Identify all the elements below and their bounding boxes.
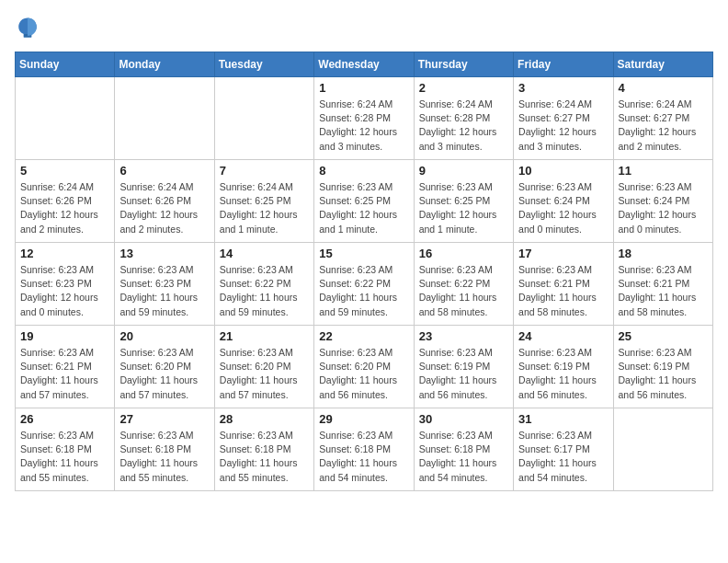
day-info: Sunrise: 6:23 AM Sunset: 6:23 PM Dayligh… (119, 263, 209, 319)
col-header-friday: Friday (514, 52, 613, 77)
col-header-thursday: Thursday (414, 52, 513, 77)
day-info: Sunrise: 6:24 AM Sunset: 6:28 PM Dayligh… (419, 98, 508, 154)
calendar-cell (16, 77, 115, 160)
calendar-cell: 26Sunrise: 6:23 AM Sunset: 6:18 PM Dayli… (16, 408, 115, 491)
day-number: 11 (619, 164, 708, 178)
calendar-cell: 27Sunrise: 6:23 AM Sunset: 6:18 PM Dayli… (115, 408, 214, 491)
day-info: Sunrise: 6:23 AM Sunset: 6:18 PM Dayligh… (319, 429, 408, 485)
day-info: Sunrise: 6:23 AM Sunset: 6:22 PM Dayligh… (419, 263, 508, 319)
calendar-cell: 4Sunrise: 6:24 AM Sunset: 6:27 PM Daylig… (613, 77, 712, 160)
day-info: Sunrise: 6:24 AM Sunset: 6:25 PM Dayligh… (220, 180, 309, 236)
calendar-cell: 10Sunrise: 6:23 AM Sunset: 6:24 PM Dayli… (514, 160, 613, 243)
calendar-cell: 11Sunrise: 6:23 AM Sunset: 6:24 PM Dayli… (613, 160, 712, 243)
day-number: 18 (619, 247, 708, 260)
day-number: 27 (119, 412, 209, 426)
calendar-cell: 1Sunrise: 6:24 AM Sunset: 6:28 PM Daylig… (314, 77, 414, 160)
calendar-cell: 28Sunrise: 6:23 AM Sunset: 6:18 PM Dayli… (214, 408, 313, 491)
day-number: 25 (619, 329, 708, 343)
day-number: 17 (518, 247, 608, 260)
calendar-cell: 24Sunrise: 6:23 AM Sunset: 6:19 PM Dayli… (514, 326, 613, 408)
day-number: 28 (220, 412, 309, 426)
calendar-cell: 25Sunrise: 6:23 AM Sunset: 6:19 PM Dayli… (613, 326, 712, 408)
day-number: 12 (20, 247, 109, 260)
day-number: 22 (319, 329, 408, 343)
day-number: 2 (419, 81, 508, 95)
day-number: 6 (119, 164, 209, 178)
calendar-cell: 16Sunrise: 6:23 AM Sunset: 6:22 PM Dayli… (414, 243, 513, 326)
col-header-tuesday: Tuesday (214, 52, 313, 77)
calendar-cell: 5Sunrise: 6:24 AM Sunset: 6:26 PM Daylig… (16, 160, 115, 243)
day-number: 23 (419, 329, 508, 343)
calendar-cell: 3Sunrise: 6:24 AM Sunset: 6:27 PM Daylig… (514, 77, 613, 160)
day-number: 8 (319, 164, 408, 178)
day-number: 15 (319, 247, 408, 260)
day-number: 16 (419, 247, 508, 260)
calendar-cell: 31Sunrise: 6:23 AM Sunset: 6:17 PM Dayli… (514, 408, 613, 491)
day-info: Sunrise: 6:23 AM Sunset: 6:20 PM Dayligh… (319, 346, 408, 402)
calendar-cell (613, 408, 712, 491)
day-number: 20 (119, 329, 209, 343)
calendar-cell: 23Sunrise: 6:23 AM Sunset: 6:19 PM Dayli… (414, 326, 513, 408)
day-info: Sunrise: 6:23 AM Sunset: 6:18 PM Dayligh… (419, 429, 508, 485)
calendar-cell: 14Sunrise: 6:23 AM Sunset: 6:22 PM Dayli… (214, 243, 313, 326)
day-number: 1 (319, 81, 408, 95)
day-info: Sunrise: 6:23 AM Sunset: 6:18 PM Dayligh… (220, 429, 309, 485)
calendar-cell: 22Sunrise: 6:23 AM Sunset: 6:20 PM Dayli… (314, 326, 414, 408)
calendar-cell (115, 77, 214, 160)
calendar-cell: 30Sunrise: 6:23 AM Sunset: 6:18 PM Dayli… (414, 408, 513, 491)
day-info: Sunrise: 6:23 AM Sunset: 6:23 PM Dayligh… (20, 263, 109, 319)
calendar-cell (214, 77, 313, 160)
calendar-cell: 19Sunrise: 6:23 AM Sunset: 6:21 PM Dayli… (16, 326, 115, 408)
day-info: Sunrise: 6:24 AM Sunset: 6:28 PM Dayligh… (319, 98, 408, 154)
day-info: Sunrise: 6:23 AM Sunset: 6:21 PM Dayligh… (20, 346, 109, 402)
day-info: Sunrise: 6:23 AM Sunset: 6:18 PM Dayligh… (119, 429, 209, 485)
col-header-sunday: Sunday (16, 52, 115, 77)
logo-icon (15, 15, 40, 40)
col-header-monday: Monday (115, 52, 214, 77)
day-info: Sunrise: 6:23 AM Sunset: 6:20 PM Dayligh… (220, 346, 309, 402)
calendar-cell: 29Sunrise: 6:23 AM Sunset: 6:18 PM Dayli… (314, 408, 414, 491)
day-info: Sunrise: 6:24 AM Sunset: 6:26 PM Dayligh… (119, 180, 209, 236)
day-info: Sunrise: 6:23 AM Sunset: 6:24 PM Dayligh… (518, 180, 608, 236)
day-number: 19 (20, 329, 109, 343)
col-header-saturday: Saturday (613, 52, 712, 77)
day-number: 21 (220, 329, 309, 343)
day-info: Sunrise: 6:24 AM Sunset: 6:26 PM Dayligh… (20, 180, 109, 236)
calendar-cell: 20Sunrise: 6:23 AM Sunset: 6:20 PM Dayli… (115, 326, 214, 408)
calendar-table: SundayMondayTuesdayWednesdayThursdayFrid… (15, 52, 713, 491)
day-number: 7 (220, 164, 309, 178)
logo (15, 15, 44, 40)
day-number: 26 (20, 412, 109, 426)
calendar-cell: 6Sunrise: 6:24 AM Sunset: 6:26 PM Daylig… (115, 160, 214, 243)
day-info: Sunrise: 6:23 AM Sunset: 6:25 PM Dayligh… (419, 180, 508, 236)
day-number: 9 (419, 164, 508, 178)
day-info: Sunrise: 6:24 AM Sunset: 6:27 PM Dayligh… (518, 98, 608, 154)
day-number: 13 (119, 247, 209, 260)
day-number: 5 (20, 164, 109, 178)
day-info: Sunrise: 6:24 AM Sunset: 6:27 PM Dayligh… (619, 98, 708, 154)
day-info: Sunrise: 6:23 AM Sunset: 6:22 PM Dayligh… (319, 263, 408, 319)
day-info: Sunrise: 6:23 AM Sunset: 6:17 PM Dayligh… (518, 429, 608, 485)
day-info: Sunrise: 6:23 AM Sunset: 6:24 PM Dayligh… (619, 180, 708, 236)
day-number: 31 (518, 412, 608, 426)
day-info: Sunrise: 6:23 AM Sunset: 6:22 PM Dayligh… (220, 263, 309, 319)
calendar-cell: 2Sunrise: 6:24 AM Sunset: 6:28 PM Daylig… (414, 77, 513, 160)
calendar-cell: 18Sunrise: 6:23 AM Sunset: 6:21 PM Dayli… (613, 243, 712, 326)
calendar-cell: 12Sunrise: 6:23 AM Sunset: 6:23 PM Dayli… (16, 243, 115, 326)
day-info: Sunrise: 6:23 AM Sunset: 6:19 PM Dayligh… (419, 346, 508, 402)
col-header-wednesday: Wednesday (314, 52, 414, 77)
calendar-cell: 21Sunrise: 6:23 AM Sunset: 6:20 PM Dayli… (214, 326, 313, 408)
calendar-header: SundayMondayTuesdayWednesdayThursdayFrid… (16, 52, 713, 77)
day-number: 10 (518, 164, 608, 178)
day-info: Sunrise: 6:23 AM Sunset: 6:18 PM Dayligh… (20, 429, 109, 485)
calendar-cell: 15Sunrise: 6:23 AM Sunset: 6:22 PM Dayli… (314, 243, 414, 326)
day-number: 3 (518, 81, 608, 95)
day-info: Sunrise: 6:23 AM Sunset: 6:20 PM Dayligh… (119, 346, 209, 402)
day-number: 30 (419, 412, 508, 426)
day-info: Sunrise: 6:23 AM Sunset: 6:25 PM Dayligh… (319, 180, 408, 236)
day-number: 29 (319, 412, 408, 426)
day-number: 4 (619, 81, 708, 95)
calendar-cell: 13Sunrise: 6:23 AM Sunset: 6:23 PM Dayli… (115, 243, 214, 326)
day-info: Sunrise: 6:23 AM Sunset: 6:19 PM Dayligh… (518, 346, 608, 402)
day-number: 24 (518, 329, 608, 343)
